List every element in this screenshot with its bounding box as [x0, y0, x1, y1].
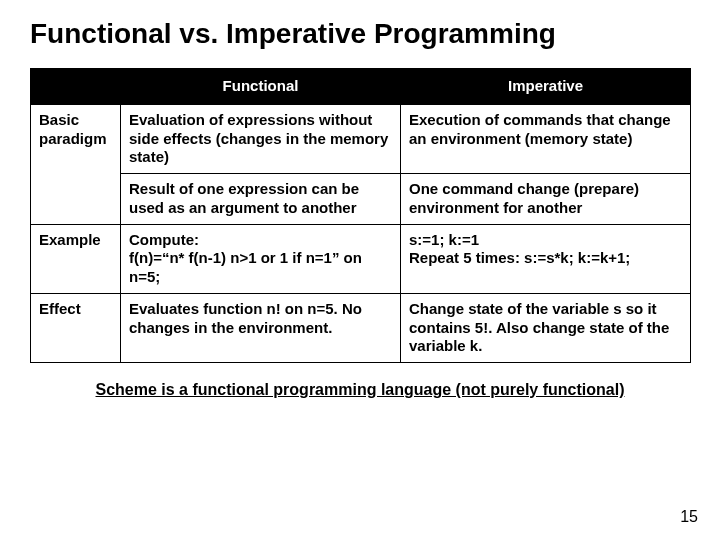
header-functional: Functional: [121, 69, 401, 105]
cell-basic2-functional: Result of one expression can be used as …: [121, 174, 401, 225]
row-label-basic: Basic paradigm: [31, 104, 121, 224]
slide-title: Functional vs. Imperative Programming: [30, 18, 690, 50]
header-imperative: Imperative: [401, 69, 691, 105]
cell-basic2-imperative: One command change (prepare) environment…: [401, 174, 691, 225]
footnote: Scheme is a functional programming langu…: [30, 381, 690, 399]
cell-example-functional: Compute: f(n)=“n* f(n-1) n>1 or 1 if n=1…: [121, 224, 401, 293]
row-label-example: Example: [31, 224, 121, 293]
header-blank: [31, 69, 121, 105]
slide: Functional vs. Imperative Programming Fu…: [0, 0, 720, 540]
cell-effect-imperative: Change state of the variable s so it con…: [401, 293, 691, 362]
row-basic-paradigm: Basic paradigm Evaluation of expressions…: [31, 104, 691, 173]
cell-basic-functional: Evaluation of expressions without side e…: [121, 104, 401, 173]
row-label-effect: Effect: [31, 293, 121, 362]
page-number: 15: [680, 508, 698, 526]
cell-example-imperative: s:=1; k:=1 Repeat 5 times: s:=s*k; k:=k+…: [401, 224, 691, 293]
cell-basic-imperative: Execution of commands that change an env…: [401, 104, 691, 173]
cell-effect-functional: Evaluates function n! on n=5. No changes…: [121, 293, 401, 362]
table-header-row: Functional Imperative: [31, 69, 691, 105]
row-effect: Effect Evaluates function n! on n=5. No …: [31, 293, 691, 362]
row-example: Example Compute: f(n)=“n* f(n-1) n>1 or …: [31, 224, 691, 293]
comparison-table: Functional Imperative Basic paradigm Eva…: [30, 68, 691, 363]
row-basic-paradigm-2: Result of one expression can be used as …: [31, 174, 691, 225]
